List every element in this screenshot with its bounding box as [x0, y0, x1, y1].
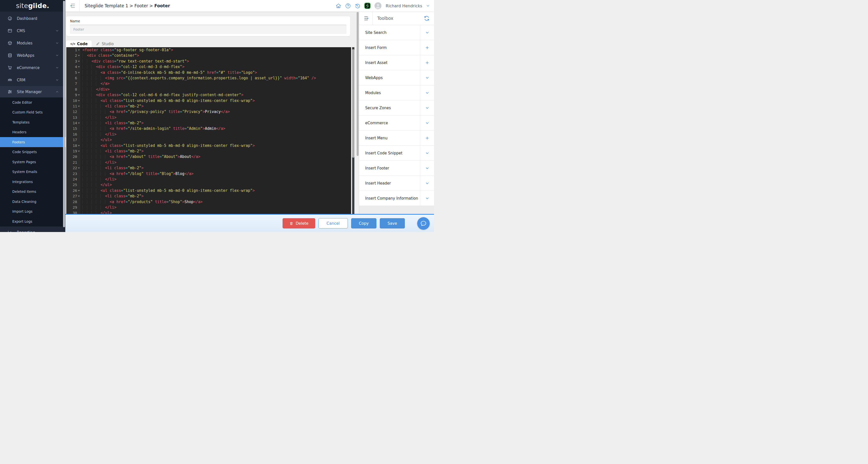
- toolbox-row-action[interactable]: [420, 161, 434, 176]
- copy-button[interactable]: Copy: [351, 218, 376, 228]
- code-line[interactable]: 4 <div class="col-12 col-md-3 d-md-flex"…: [66, 64, 351, 69]
- fold-toggle-icon[interactable]: [78, 72, 80, 73]
- sidebar-subitem-system-pages[interactable]: System Pages: [0, 157, 65, 167]
- toolbox-row-action[interactable]: [420, 40, 434, 55]
- siteglide-app-icon[interactable]: [364, 2, 371, 9]
- code-line[interactable]: 29 </li>: [66, 205, 351, 210]
- home-icon[interactable]: [336, 3, 341, 9]
- code-line[interactable]: 13 </li>: [66, 115, 351, 120]
- delete-button[interactable]: Delete: [283, 218, 315, 228]
- sidebar-subitem-headers[interactable]: Headers: [0, 127, 65, 137]
- code-line[interactable]: 16 </li>: [66, 131, 351, 137]
- toolbox-row-action[interactable]: [420, 176, 434, 191]
- sidebar-subitem-templates[interactable]: Templates: [0, 117, 65, 127]
- sidebar-subitem-data-cleaning[interactable]: Data Cleaning: [0, 196, 65, 207]
- code-line[interactable]: 7 </a>: [66, 81, 351, 86]
- code-line[interactable]: 11 <li class="mb-2">: [66, 103, 351, 109]
- siteglide-logo[interactable]: siteglide.: [16, 2, 50, 9]
- toolbox-row-action[interactable]: [420, 25, 434, 40]
- code-line[interactable]: 10 <ul class="list-unstyled mb-5 mb-md-0…: [66, 98, 351, 103]
- code-line[interactable]: 25 </ul>: [66, 182, 351, 188]
- editor-scrollbar[interactable]: [352, 47, 354, 214]
- fold-toggle-icon[interactable]: [78, 195, 80, 197]
- name-input[interactable]: [70, 25, 346, 34]
- code-line[interactable]: 12 <a href="/privacy-policy" title="Priv…: [66, 109, 351, 115]
- code-line[interactable]: 17 </ul>: [66, 137, 351, 143]
- breadcrumb[interactable]: Siteglide Template 1 > Footer > Footer: [85, 3, 170, 8]
- sidebar-subitem-custom-field-sets[interactable]: Custom Field Sets: [0, 107, 65, 118]
- toolbox-row-action[interactable]: [420, 70, 434, 85]
- fold-toggle-icon[interactable]: [78, 100, 80, 101]
- sidebar-item-ecommerce[interactable]: eCommerce: [0, 62, 65, 74]
- fold-toggle-icon[interactable]: [78, 123, 80, 124]
- code-line[interactable]: 24 </li>: [66, 177, 351, 182]
- sidebar-subitem-code-snippets[interactable]: Code Snippets: [0, 147, 65, 157]
- code-line[interactable]: 1<footer class="sg-footer sg-footer-01a"…: [66, 47, 351, 53]
- fold-toggle-icon[interactable]: [78, 106, 80, 107]
- code-line[interactable]: 19 <li class="mb-2">: [66, 148, 351, 154]
- code-line[interactable]: 26 <ul class="list-unstyled mb-5 mb-md-0…: [66, 188, 351, 193]
- code-line[interactable]: 23 <a href="/blog" title="Blog">Blog</a>: [66, 171, 351, 177]
- sidebar-subitem-system-emails[interactable]: System Emails: [0, 167, 65, 177]
- avatar[interactable]: [374, 2, 381, 9]
- help-icon[interactable]: [345, 3, 351, 9]
- code-line[interactable]: 9 <div class="col-12 col-md-6 d-md-flex …: [66, 92, 351, 98]
- sidebar-item-modules[interactable]: Modules: [0, 37, 65, 49]
- fold-toggle-icon[interactable]: [78, 55, 80, 56]
- page-scrollbar-thumb[interactable]: [356, 12, 359, 156]
- refresh-icon[interactable]: [424, 16, 430, 21]
- code-line[interactable]: 6 <img src="{{context.exports.company_in…: [66, 75, 351, 81]
- sidebar-item-crm[interactable]: CRM: [0, 74, 65, 86]
- sidebar-item-reporting[interactable]: Reporting: [0, 226, 65, 232]
- code-line[interactable]: 2 <div class="container">: [66, 53, 351, 58]
- editor-scrollbar-thumb[interactable]: [352, 49, 354, 158]
- code-line[interactable]: 8 </div>: [66, 87, 351, 92]
- toolbox-row-action[interactable]: [420, 116, 434, 130]
- code-line[interactable]: 14 <li class="mb-2">: [66, 120, 351, 126]
- fold-toggle-icon[interactable]: [78, 61, 80, 62]
- fold-toggle-icon[interactable]: [78, 94, 80, 96]
- code-line[interactable]: 20 <a href="/about" title="About">About<…: [66, 154, 351, 159]
- toolbox-row-action[interactable]: [420, 191, 434, 206]
- sidebar-scrollbar[interactable]: [63, 1, 65, 227]
- fold-toggle-icon[interactable]: [78, 145, 80, 146]
- code-line[interactable]: 30 </ul>: [66, 210, 351, 214]
- sidebar-item-dashboard[interactable]: Dashboard: [0, 12, 65, 25]
- sidebar-subitem-footers[interactable]: Footers: [0, 137, 65, 147]
- code-line[interactable]: 27 <li class="mb-2">: [66, 193, 351, 199]
- sidebar-subitem-deleted-items[interactable]: Deleted Items: [0, 187, 65, 197]
- fold-toggle-icon[interactable]: [78, 66, 80, 67]
- collapse-sidebar-icon[interactable]: [69, 2, 76, 9]
- history-icon[interactable]: [354, 3, 361, 9]
- sidebar-subitem-import-logs[interactable]: Import Logs: [0, 207, 65, 217]
- code-line[interactable]: 22 <li class="mb-2">: [66, 165, 351, 171]
- code-line[interactable]: 3 <div class="row text-center text-md-st…: [66, 59, 351, 64]
- sidebar-item-cms[interactable]: CMS: [0, 25, 65, 37]
- tab-studio[interactable]: Studio: [92, 40, 118, 47]
- fold-toggle-icon[interactable]: [78, 190, 80, 191]
- code-line[interactable]: 28 <a href="/products" title="Shop">Shop…: [66, 199, 351, 205]
- sidebar-subitem-export-logs[interactable]: Export Logs: [0, 216, 65, 226]
- save-button[interactable]: Save: [380, 218, 405, 228]
- code-line[interactable]: 18 <ul class="list-unstyled mb-5 mb-md-0…: [66, 143, 351, 148]
- fold-toggle-icon[interactable]: [78, 151, 80, 152]
- toolbox-row-action[interactable]: [420, 100, 434, 115]
- cancel-button[interactable]: Cancel: [318, 218, 348, 228]
- code-line[interactable]: 21 </li>: [66, 160, 351, 165]
- fold-toggle-icon[interactable]: [78, 50, 80, 51]
- code-line[interactable]: 5 <a class="d-inline-block mb-5 mb-md-0 …: [66, 70, 351, 75]
- toolbox-row-action[interactable]: [420, 130, 434, 145]
- toolbox-row-action[interactable]: [420, 146, 434, 160]
- tab-code[interactable]: </>Code: [66, 40, 92, 47]
- sidebar-item-site-manager[interactable]: Site Manager: [0, 86, 65, 97]
- toolbox-row-action[interactable]: [420, 55, 434, 70]
- sidebar-item-webapps[interactable]: WebApps: [0, 49, 65, 62]
- collapse-toolbox-icon[interactable]: [363, 15, 369, 21]
- fold-toggle-icon[interactable]: [78, 167, 80, 169]
- page-scrollbar[interactable]: [356, 11, 359, 214]
- sidebar-subitem-code-editor[interactable]: Code Editor: [0, 97, 65, 107]
- sidebar-subitem-integrations[interactable]: Integrations: [0, 177, 65, 187]
- toolbox-row-action[interactable]: [420, 85, 434, 100]
- user-name[interactable]: Richard Hendricks: [386, 3, 422, 8]
- user-menu-chevron-icon[interactable]: [426, 4, 430, 8]
